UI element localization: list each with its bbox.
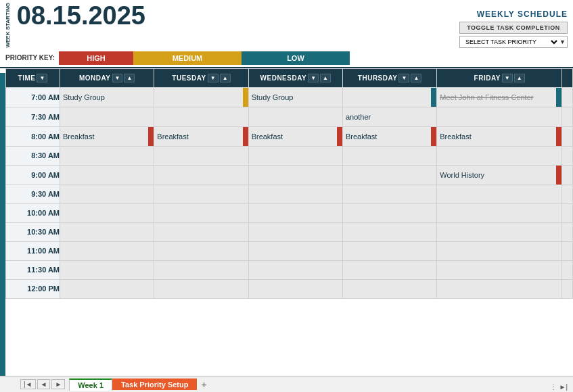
event-cell-thursday[interactable] <box>342 222 436 241</box>
tab-task-priority[interactable]: Task Priority Setup <box>112 378 197 390</box>
event-cell-wednesday[interactable] <box>248 185 342 203</box>
sheet-menu-btn[interactable]: ⋮ <box>550 383 557 391</box>
event-cell-friday[interactable] <box>437 107 562 126</box>
event-cell-tuesday[interactable] <box>154 87 248 107</box>
time-cell: 11:30 AM <box>6 260 60 279</box>
event-cell-thursday[interactable] <box>342 87 436 107</box>
event-cell-friday[interactable] <box>437 203 562 222</box>
extra-col <box>562 107 573 126</box>
wednesday-filter-btn2[interactable]: ▲ <box>320 74 331 82</box>
extra-col <box>562 185 573 203</box>
event-cell-friday[interactable] <box>437 279 562 298</box>
event-cell-thursday[interactable] <box>342 203 436 222</box>
extra-col <box>562 241 573 260</box>
event-cell-thursday[interactable] <box>342 165 436 185</box>
high-priority-btn[interactable]: HIGH <box>59 51 133 65</box>
event-cell-friday[interactable]: World History <box>437 165 562 185</box>
tab-nav-next[interactable]: ► <box>51 379 65 389</box>
event-cell-thursday[interactable] <box>342 260 436 279</box>
event-cell-wednesday[interactable] <box>248 203 342 222</box>
event-cell-wednesday[interactable] <box>248 107 342 126</box>
event-cell-friday[interactable] <box>437 146 562 165</box>
event-cell-wednesday[interactable]: Breakfast <box>248 126 342 146</box>
event-cell-wednesday[interactable] <box>248 146 342 165</box>
event-cell-monday[interactable] <box>60 260 154 279</box>
event-cell-monday[interactable] <box>60 241 154 260</box>
tab-week1[interactable]: Week 1 <box>69 378 112 391</box>
event-cell-wednesday[interactable] <box>248 279 342 298</box>
friday-filter-btn[interactable]: ▼ <box>502 74 513 82</box>
event-cell-thursday[interactable] <box>342 185 436 203</box>
tuesday-filter-btn2[interactable]: ▲ <box>220 74 231 82</box>
sheet-scroll-btn[interactable]: ►| <box>559 383 568 391</box>
event-cell-friday[interactable] <box>437 260 562 279</box>
tab-nav-prev[interactable]: ◄ <box>37 379 51 389</box>
event-cell-wednesday[interactable] <box>248 260 342 279</box>
event-cell-tuesday[interactable] <box>154 222 248 241</box>
low-priority-btn[interactable]: LOW <box>242 51 350 65</box>
schedule-table-wrapper[interactable]: TIME ▼ MONDAY ▼ ▲ TUESDAY <box>5 68 573 374</box>
event-text: another <box>343 107 436 126</box>
col-monday: MONDAY ▼ ▲ <box>60 68 154 87</box>
event-cell-thursday[interactable] <box>342 241 436 260</box>
thursday-filter-btn[interactable]: ▼ <box>398 74 409 82</box>
event-cell-friday[interactable]: Meet John at Fitness Center <box>437 87 562 107</box>
event-cell-monday[interactable]: Breakfast <box>60 126 154 146</box>
thursday-filter-btn2[interactable]: ▲ <box>411 74 421 82</box>
event-cell-monday[interactable] <box>60 203 154 222</box>
wednesday-filter-btn[interactable]: ▼ <box>308 74 319 82</box>
tuesday-filter-btn[interactable]: ▼ <box>208 74 219 82</box>
event-cell-thursday[interactable]: another <box>342 107 436 126</box>
event-cell-monday[interactable] <box>60 165 154 185</box>
event-cell-tuesday[interactable] <box>154 107 248 126</box>
medium-priority-btn[interactable]: MEDIUM <box>133 51 242 65</box>
event-cell-friday[interactable] <box>437 222 562 241</box>
monday-filter-btn[interactable]: ▼ <box>112 74 123 82</box>
event-cell-thursday[interactable]: Breakfast <box>342 126 436 146</box>
extra-col <box>562 126 573 146</box>
event-cell-monday[interactable] <box>60 279 154 298</box>
event-cell-monday[interactable] <box>60 222 154 241</box>
event-cell-tuesday[interactable] <box>154 241 248 260</box>
friday-filter-btn2[interactable]: ▲ <box>514 74 525 82</box>
event-cell-monday[interactable]: Study Group <box>60 87 154 107</box>
event-cell-tuesday[interactable] <box>154 165 248 185</box>
table-row: 7:00 AMStudy GroupStudy GroupMeet John a… <box>6 87 573 107</box>
controls-section: TOGGLE TASK COMPLETION SELECT TASK PRIOR… <box>459 22 568 48</box>
event-cell-tuesday[interactable] <box>154 146 248 165</box>
event-cell-tuesday[interactable] <box>154 203 248 222</box>
time-cell: 7:30 AM <box>6 107 60 126</box>
priority-indicator <box>556 88 561 107</box>
event-cell-monday[interactable] <box>60 185 154 203</box>
event-cell-wednesday[interactable]: Study Group <box>248 87 342 107</box>
time-filter-btn[interactable]: ▼ <box>37 74 47 82</box>
event-cell-tuesday[interactable] <box>154 260 248 279</box>
event-cell-thursday[interactable] <box>342 146 436 165</box>
event-cell-monday[interactable] <box>60 146 154 165</box>
priority-indicator <box>337 127 342 146</box>
event-cell-tuesday[interactable]: Breakfast <box>154 126 248 146</box>
monday-filter-btn2[interactable]: ▲ <box>124 74 135 82</box>
event-text: Breakfast <box>154 127 248 146</box>
event-cell-tuesday[interactable] <box>154 185 248 203</box>
event-cell-wednesday[interactable] <box>248 165 342 185</box>
table-row: 8:30 AM <box>6 146 573 165</box>
priority-indicator <box>243 127 248 146</box>
toggle-completion-button[interactable]: TOGGLE TASK COMPLETION <box>459 22 568 34</box>
event-cell-wednesday[interactable] <box>248 241 342 260</box>
time-cell: 12:00 PM <box>6 279 60 298</box>
event-cell-friday[interactable]: Breakfast <box>437 126 562 146</box>
weekly-schedule-label: WEEKLY SCHEDULE <box>477 9 568 19</box>
event-cell-monday[interactable] <box>60 107 154 126</box>
time-cell: 9:30 AM <box>6 185 60 203</box>
add-sheet-button[interactable]: + <box>197 379 210 390</box>
tab-navigation: |◄ ◄ ► <box>20 379 65 389</box>
priority-select[interactable]: SELECT TASK PRIORITY <box>460 36 559 47</box>
event-cell-friday[interactable] <box>437 241 562 260</box>
tab-nav-first[interactable]: |◄ <box>20 379 36 389</box>
select-priority-dropdown[interactable]: SELECT TASK PRIORITY ▼ <box>459 36 568 48</box>
event-cell-friday[interactable] <box>437 185 562 203</box>
event-cell-thursday[interactable] <box>342 279 436 298</box>
event-cell-tuesday[interactable] <box>154 279 248 298</box>
event-cell-wednesday[interactable] <box>248 222 342 241</box>
